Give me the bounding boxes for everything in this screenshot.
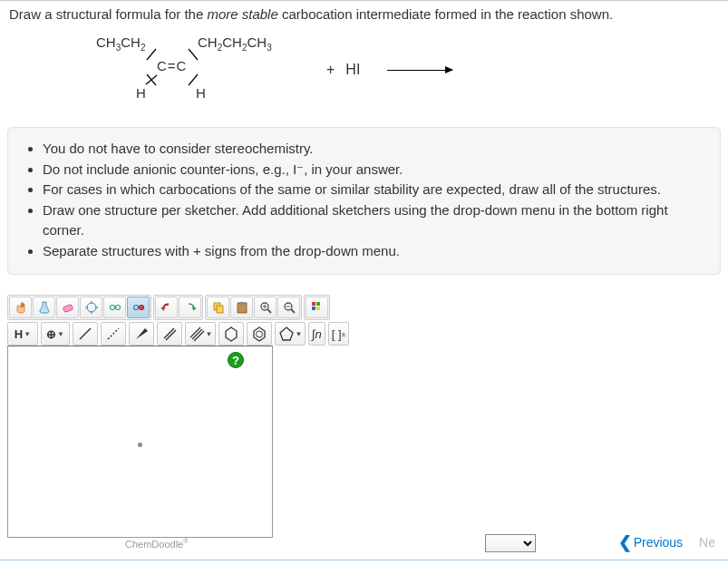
toolbar-row-2: H▼ ⊕▼ ▼ ▼ ∫n [ ]± bbox=[7, 322, 433, 346]
reaction-scheme: CH3CH2 CH2CH2CH3 C=C H H + HI bbox=[7, 34, 721, 105]
alkene-structure: CH3CH2 CH2CH2CH3 C=C H H bbox=[80, 34, 315, 105]
eraser-icon[interactable] bbox=[56, 297, 79, 318]
svg-marker-39 bbox=[254, 327, 265, 341]
pentagon-icon[interactable]: ▼ bbox=[275, 322, 306, 346]
previous-button[interactable]: ❮Previous bbox=[618, 532, 683, 552]
hexagon-icon[interactable] bbox=[218, 322, 244, 346]
toolbar-row-1 bbox=[7, 295, 433, 320]
double-bond: C=C bbox=[157, 58, 187, 73]
substituent-top-left: CH3CH2 bbox=[96, 34, 145, 53]
svg-line-20 bbox=[267, 309, 271, 313]
substituent-bottom-left: H bbox=[136, 85, 146, 101]
drawing-canvas[interactable]: ? bbox=[7, 346, 273, 538]
paste-icon[interactable] bbox=[230, 297, 253, 318]
svg-rect-28 bbox=[312, 307, 315, 310]
svg-point-14 bbox=[139, 306, 143, 310]
hint-item: You do not have to consider stereochemis… bbox=[43, 139, 705, 160]
svg-rect-29 bbox=[316, 307, 320, 310]
svg-point-12 bbox=[115, 306, 120, 310]
center-icon[interactable] bbox=[80, 297, 102, 318]
chain-tool[interactable]: ∫n bbox=[308, 322, 325, 346]
question-text: Draw a structural formula for the more s… bbox=[7, 6, 721, 22]
svg-point-6 bbox=[87, 303, 96, 312]
next-button[interactable]: Ne bbox=[699, 535, 715, 550]
hint-item: Draw one structure per sketcher. Add add… bbox=[43, 200, 705, 241]
flask-icon[interactable] bbox=[33, 297, 55, 318]
substituent-bottom-right: H bbox=[196, 85, 206, 101]
sketcher-widget: H▼ ⊕▼ ▼ ▼ ∫n [ ]± ? ChemDoodle® bbox=[7, 295, 433, 552]
svg-marker-32 bbox=[136, 328, 148, 339]
instructions-box: You do not have to consider stereochemis… bbox=[7, 127, 721, 275]
hint-item: Separate structures with + signs from th… bbox=[43, 241, 705, 262]
hint-item: Do not include anionic counter-ions, e.g… bbox=[43, 160, 705, 180]
element-button[interactable]: H▼ bbox=[7, 322, 38, 346]
plus-sign: + bbox=[326, 62, 335, 78]
add-sketcher-dropdown[interactable] bbox=[485, 534, 536, 552]
svg-line-24 bbox=[291, 309, 295, 313]
svg-point-13 bbox=[133, 306, 138, 310]
svg-marker-38 bbox=[226, 327, 237, 341]
svg-rect-27 bbox=[316, 302, 320, 306]
charge-button[interactable]: ⊕▼ bbox=[41, 322, 70, 346]
svg-rect-18 bbox=[239, 302, 245, 305]
svg-rect-16 bbox=[217, 306, 223, 313]
canvas-center-dot bbox=[138, 443, 142, 447]
hand-tool-icon[interactable] bbox=[9, 297, 32, 318]
svg-line-1 bbox=[189, 49, 198, 60]
benzene-icon[interactable] bbox=[247, 322, 272, 346]
redo-icon[interactable] bbox=[179, 297, 201, 318]
reagent: HI bbox=[345, 62, 360, 78]
svg-rect-5 bbox=[63, 304, 73, 312]
svg-line-4 bbox=[189, 74, 198, 85]
double-bond-icon[interactable] bbox=[157, 322, 182, 346]
bracket-tool[interactable]: [ ]± bbox=[328, 322, 349, 346]
dashed-bond-icon[interactable] bbox=[101, 322, 126, 346]
copy-icon[interactable] bbox=[207, 297, 229, 318]
clean-icon[interactable] bbox=[103, 297, 126, 318]
triple-bond-icon[interactable]: ▼ bbox=[185, 322, 216, 346]
svg-line-0 bbox=[147, 49, 156, 60]
svg-line-3 bbox=[147, 74, 156, 85]
svg-line-30 bbox=[80, 328, 91, 339]
wedge-bond-icon[interactable] bbox=[129, 322, 154, 346]
color-icon[interactable] bbox=[306, 297, 328, 318]
substituent-top-right: CH2CH2CH3 bbox=[198, 34, 272, 53]
help-button[interactable]: ? bbox=[228, 352, 244, 368]
single-bond-icon[interactable] bbox=[73, 322, 98, 346]
svg-rect-26 bbox=[312, 302, 315, 306]
zoom-out-icon[interactable] bbox=[277, 297, 300, 318]
settings-icon[interactable] bbox=[127, 297, 150, 318]
reaction-arrow bbox=[387, 70, 452, 71]
undo-icon[interactable] bbox=[155, 297, 178, 318]
chemdoodle-label: ChemDoodle® bbox=[125, 538, 188, 550]
svg-marker-41 bbox=[280, 327, 293, 340]
hint-item: For cases in which carbocations of the s… bbox=[43, 180, 705, 200]
svg-point-11 bbox=[110, 306, 114, 310]
zoom-in-icon[interactable] bbox=[254, 297, 277, 318]
svg-line-31 bbox=[108, 328, 119, 339]
svg-point-40 bbox=[257, 331, 263, 337]
